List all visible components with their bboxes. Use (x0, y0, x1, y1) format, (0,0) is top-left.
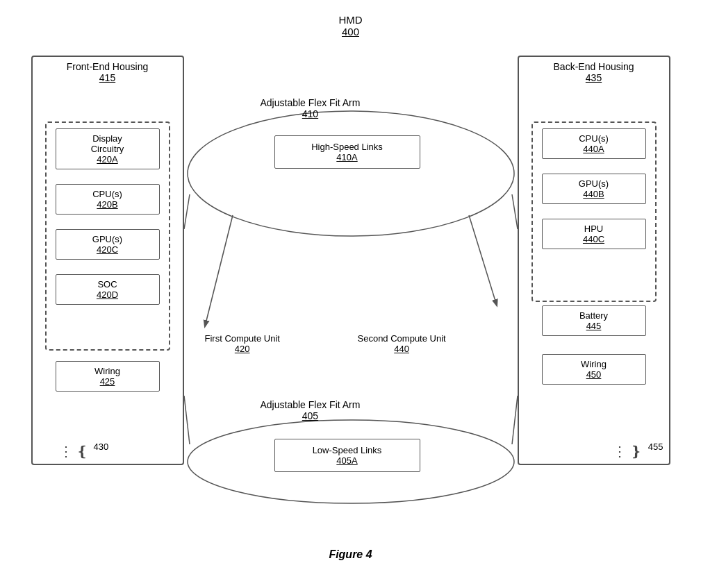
svg-line-5 (512, 194, 518, 229)
display-circuitry-box: DisplayCircuitry 420A (56, 128, 160, 169)
flex-arm-top-ref: 410 (302, 108, 318, 119)
ref-430: 430 (94, 442, 109, 452)
gpu-front-box: GPU(s) 420C (56, 229, 160, 260)
second-compute-ref: 440 (394, 344, 409, 354)
high-speed-label: High-Speed Links (311, 142, 383, 152)
back-housing-title: Back-End Housing 435 (518, 61, 670, 83)
front-housing-ref: 415 (99, 72, 115, 83)
svg-line-2 (205, 215, 233, 326)
low-speed-ref: 405A (281, 455, 414, 466)
svg-line-6 (184, 396, 190, 444)
first-compute-label: First Compute Unit 420 (205, 333, 280, 354)
gpu-back-ref: 440B (545, 189, 643, 199)
cpu-back-box: CPU(s) 440A (542, 128, 646, 159)
wiring-front-box: Wiring 425 (56, 361, 160, 392)
svg-point-0 (188, 111, 514, 236)
hpu-back-ref: 440C (545, 234, 643, 244)
back-housing-label: Back-End Housing (554, 61, 634, 72)
flex-arm-bottom-label: Adjustable Flex Fit Arm 405 (261, 399, 361, 421)
figure-caption: Figure 4 (329, 548, 372, 561)
gpu-front-ref: 420C (59, 244, 156, 255)
soc-front-ref: 420D (59, 289, 156, 300)
wiring-back-ref: 450 (545, 369, 643, 380)
high-speed-ref: 410A (281, 152, 414, 162)
dots-front: ⋮ ❴ (59, 443, 89, 460)
svg-line-3 (469, 215, 497, 305)
high-speed-links-box: High-Speed Links 410A (274, 135, 420, 169)
flex-arm-bottom-ref: 405 (302, 410, 318, 421)
hmd-label: HMD (338, 14, 362, 26)
battery-back-ref: 445 (545, 321, 643, 331)
first-compute-ref: 420 (235, 344, 250, 354)
wiring-front-ref: 425 (59, 376, 156, 387)
hmd-ref: 400 (338, 26, 362, 37)
low-speed-links-box: Low-Speed Links 405A (274, 439, 420, 472)
back-housing-ref: 435 (586, 72, 602, 83)
dots-back: ⋮ ❵ (613, 443, 643, 460)
front-housing-label: Front-End Housing (67, 61, 149, 72)
gpu-back-box: GPU(s) 440B (542, 174, 646, 204)
display-circuitry-ref: 420A (59, 154, 156, 165)
cpu-front-ref: 420B (59, 199, 156, 210)
wiring-back-box: Wiring 450 (542, 354, 646, 385)
low-speed-label: Low-Speed Links (313, 445, 382, 455)
flex-arm-bottom-text: Adjustable Flex Fit Arm (261, 399, 361, 410)
soc-front-box: SOC 420D (56, 274, 160, 305)
ref-455: 455 (648, 442, 663, 452)
second-compute-text: Second Compute Unit (358, 333, 446, 344)
hpu-back-box: HPU 440C (542, 219, 646, 249)
flex-arm-top-label: Adjustable Flex Fit Arm 410 (261, 97, 361, 119)
svg-line-7 (512, 396, 518, 444)
front-housing-title: Front-End Housing 415 (31, 61, 184, 83)
cpu-front-box: CPU(s) 420B (56, 184, 160, 215)
hmd-title: HMD 400 (338, 14, 362, 37)
cpu-back-ref: 440A (545, 144, 643, 154)
second-compute-label: Second Compute Unit 440 (358, 333, 446, 354)
svg-line-4 (184, 194, 190, 229)
flex-arm-top-text: Adjustable Flex Fit Arm (261, 97, 361, 108)
first-compute-text: First Compute Unit (205, 333, 280, 344)
battery-back-box: Battery 445 (542, 305, 646, 336)
